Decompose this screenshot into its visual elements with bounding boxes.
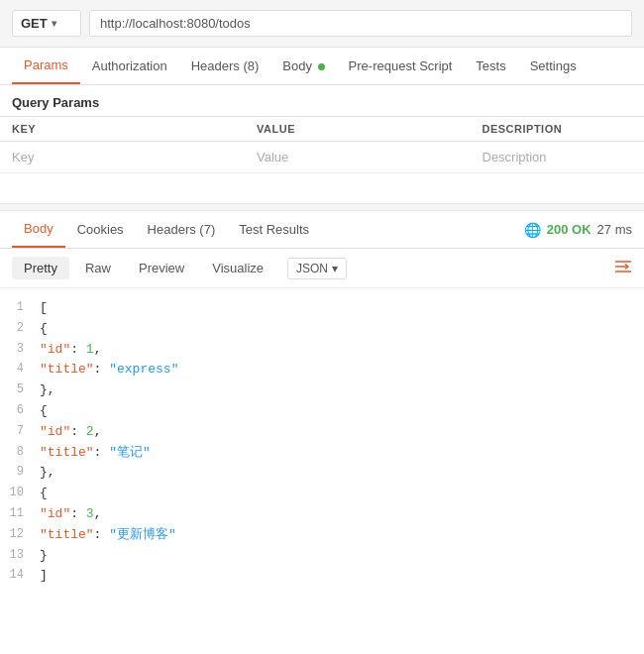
code-token-key: "id" [40,506,70,521]
globe-icon: 🌐 [524,222,541,238]
code-token-punct: , [94,342,102,357]
response-tab-body[interactable]: Body [12,211,65,248]
code-line: 1[ [0,298,644,319]
status-ok: 200 OK [547,222,591,237]
response-tab-test-results[interactable]: Test Results [227,212,321,247]
line-content: "title": "更新博客" [40,525,636,546]
json-format-value: JSON [296,262,328,275]
tab-pre-request[interactable]: Pre-request Script [337,49,465,83]
section-divider [0,203,644,211]
tab-tests[interactable]: Tests [464,49,517,83]
tab-authorization[interactable]: Authorization [80,49,179,83]
code-line: 7 "id": 2, [0,422,644,443]
code-token-number: 2 [86,424,94,439]
response-tab-cookies[interactable]: Cookies [65,212,136,247]
line-number: 7 [8,422,40,441]
format-tab-raw[interactable]: Raw [73,257,123,279]
code-token-punct: : [70,424,86,439]
tab-settings[interactable]: Settings [518,49,589,83]
code-token-bracket: ] [40,568,48,583]
response-status: 🌐 200 OK 27 ms [524,222,632,238]
json-format-select[interactable]: JSON ▾ [287,258,347,279]
code-token-number: 1 [86,342,94,357]
line-number: 5 [8,381,40,399]
line-content: } [40,546,636,567]
line-number: 2 [8,319,40,338]
code-line: 11 "id": 3, [0,504,644,525]
code-token-punct: : [70,506,86,521]
line-number: 14 [8,566,40,585]
code-token-string: "笔记" [109,445,151,460]
code-line: 4 "title": "express" [0,360,644,381]
code-token-punct: , [94,424,102,439]
code-token-bracket: }, [40,465,55,480]
params-row-empty: Key Value Description [0,142,644,173]
format-tab-visualize[interactable]: Visualize [200,257,275,279]
params-table: KEY VALUE DESCRIPTION Key Value Descript… [0,116,644,173]
format-tab-pretty[interactable]: Pretty [12,257,69,279]
code-token-number: 3 [86,506,94,521]
code-line: 13 } [0,546,644,567]
code-token-bracket: { [40,321,48,336]
status-time: 27 ms [597,222,632,237]
code-line: 12 "title": "更新博客" [0,525,644,546]
line-number: 10 [8,484,40,502]
code-line: 10 { [0,484,644,504]
code-token-punct: : [94,445,110,460]
code-token-bracket: { [40,486,48,500]
url-bar: GET ▾ [0,0,644,48]
code-token-string: "express" [109,362,178,377]
line-content: ] [40,566,636,587]
response-tab-headers[interactable]: Headers (7) [136,212,228,247]
code-token-key: "id" [40,342,70,357]
line-content: { [40,484,636,504]
request-tabs: Params Authorization Headers (8) Body Pr… [0,48,644,85]
line-number: 8 [8,443,40,462]
code-token-bracket: { [40,403,48,418]
line-number: 4 [8,360,40,379]
json-format-chevron: ▾ [332,262,338,275]
col-header-value: VALUE [245,117,471,142]
tab-body[interactable]: Body [270,49,336,83]
line-number: 11 [8,504,40,523]
tab-headers[interactable]: Headers (8) [179,49,271,83]
code-line: 3 "id": 1, [0,340,644,361]
line-number: 6 [8,401,40,420]
code-token-key: "id" [40,424,70,439]
code-view: 1[2 {3 "id": 1,4 "title": "express"5 },6… [0,288,644,597]
param-desc-placeholder[interactable]: Description [471,142,645,173]
code-line: 8 "title": "笔记" [0,443,644,464]
param-key-placeholder[interactable]: Key [0,142,245,173]
wrap-icon[interactable] [614,260,632,277]
response-tabs: Body Cookies Headers (7) Test Results 🌐 … [0,211,644,249]
code-line: 14] [0,566,644,587]
query-params-title: Query Params [0,85,644,116]
line-content: { [40,401,636,422]
tab-params[interactable]: Params [12,48,80,84]
line-content: "title": "笔记" [40,443,636,464]
format-tab-preview[interactable]: Preview [127,257,196,279]
method-label: GET [21,16,48,31]
param-value-placeholder[interactable]: Value [245,142,471,173]
format-bar: Pretty Raw Preview Visualize JSON ▾ [0,249,644,288]
code-token-punct: : [94,527,110,542]
line-content: }, [40,381,636,401]
line-content: "id": 1, [40,340,636,361]
code-token-punct: : [94,362,110,377]
col-header-key: KEY [0,117,245,142]
line-content: "title": "express" [40,360,636,381]
method-select[interactable]: GET ▾ [12,10,81,37]
line-number: 3 [8,340,40,359]
code-line: 2 { [0,319,644,340]
line-content: }, [40,463,636,484]
url-input[interactable] [89,10,632,37]
code-token-string: "更新博客" [109,527,176,542]
body-dot [318,63,325,70]
method-chevron: ▾ [52,18,56,29]
code-token-punct: , [94,506,102,521]
code-token-key: "title" [40,445,94,460]
code-token-bracket: } [40,548,48,563]
code-token-key: "title" [40,527,94,542]
code-line: 6 { [0,401,644,422]
line-number: 9 [8,463,40,482]
